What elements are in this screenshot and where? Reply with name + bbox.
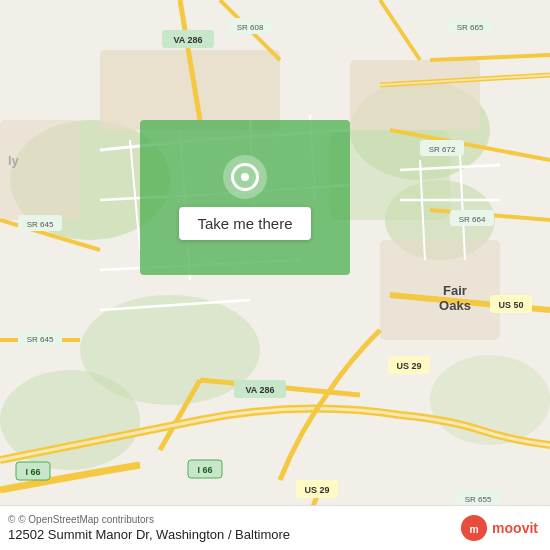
map-container: VA 286 SR 608 SR 665 SR 672 SR 664 SR 64… <box>0 0 550 550</box>
svg-text:ly: ly <box>8 153 20 168</box>
bottom-bar: © © OpenStreetMap contributors 12502 Sum… <box>0 505 550 550</box>
moovit-label: moovit <box>492 520 538 536</box>
svg-text:VA 286: VA 286 <box>173 35 202 45</box>
svg-text:US 29: US 29 <box>396 361 421 371</box>
svg-text:I 66: I 66 <box>25 467 40 477</box>
svg-text:SR 645: SR 645 <box>27 335 54 344</box>
moovit-logo: m moovit <box>460 514 538 542</box>
moovit-icon: m <box>460 514 488 542</box>
copyright-symbol: © <box>8 514 15 525</box>
attribution-text: © OpenStreetMap contributors <box>18 514 154 525</box>
map-background: VA 286 SR 608 SR 665 SR 672 SR 664 SR 64… <box>0 0 550 550</box>
svg-rect-11 <box>0 120 80 220</box>
svg-text:US 29: US 29 <box>304 485 329 495</box>
svg-text:SR 655: SR 655 <box>465 495 492 504</box>
svg-text:US 50: US 50 <box>498 300 523 310</box>
svg-text:SR 664: SR 664 <box>459 215 486 224</box>
svg-text:I 66: I 66 <box>197 465 212 475</box>
bottom-info: © © OpenStreetMap contributors 12502 Sum… <box>8 514 290 542</box>
svg-text:m: m <box>470 524 479 535</box>
take-me-there-button[interactable]: Take me there <box>179 207 310 240</box>
svg-rect-9 <box>350 60 480 130</box>
location-overlay: Take me there <box>140 120 350 275</box>
location-pin <box>223 155 267 199</box>
pin-center-dot <box>241 173 249 181</box>
svg-text:SR 608: SR 608 <box>237 23 264 32</box>
address-text: 12502 Summit Manor Dr, Washington / Balt… <box>8 527 290 542</box>
svg-text:VA 286: VA 286 <box>245 385 274 395</box>
svg-text:SR 665: SR 665 <box>457 23 484 32</box>
svg-text:SR 672: SR 672 <box>429 145 456 154</box>
svg-text:Fair: Fair <box>443 283 467 298</box>
svg-text:Oaks: Oaks <box>439 298 471 313</box>
osm-attribution: © © OpenStreetMap contributors <box>8 514 290 525</box>
svg-text:SR 645: SR 645 <box>27 220 54 229</box>
svg-rect-10 <box>380 240 500 340</box>
